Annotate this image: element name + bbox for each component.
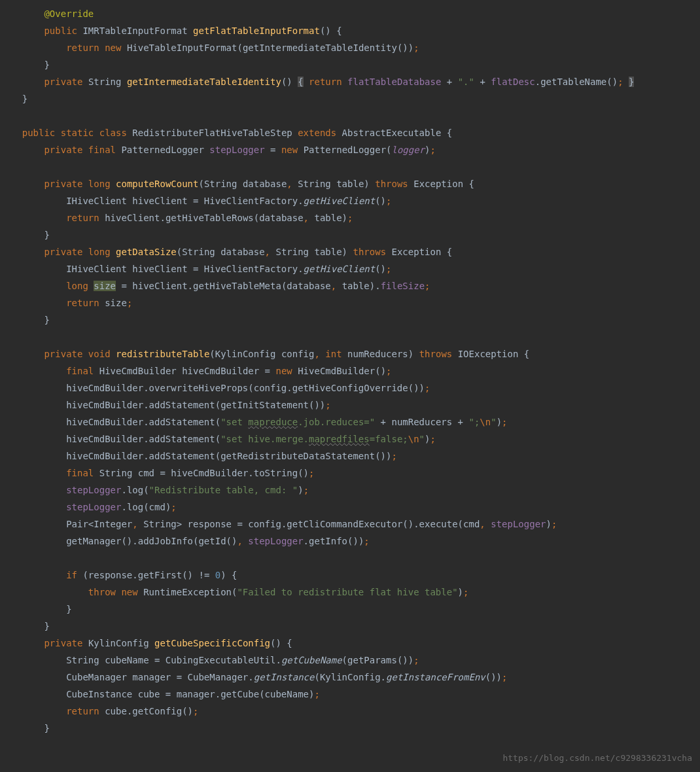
code-line[interactable]: return new HiveTableInputFormat(getInter… <box>0 39 700 56</box>
code-token: throws <box>419 349 453 359</box>
code-line[interactable]: IHiveClient hiveClient = HiveClientFacto… <box>0 260 700 277</box>
code-token: + <box>474 77 491 87</box>
code-token: PatternedLogger <box>116 145 209 155</box>
code-token: "Redistribute table, cmd: " <box>149 485 298 495</box>
code-token: fileSize <box>381 281 425 291</box>
code-token: ; <box>127 298 132 308</box>
code-line[interactable]: hiveCmdBuilder.addStatement("set hive.me… <box>0 430 700 447</box>
code-token: getCubeName <box>281 655 342 665</box>
code-token: flatTableDatabase <box>347 77 441 87</box>
code-line[interactable]: hiveCmdBuilder.addStatement("set mapredu… <box>0 413 700 430</box>
code-token <box>0 587 88 597</box>
code-line[interactable]: stepLogger.log("Redistribute table, cmd:… <box>0 482 700 499</box>
code-token <box>0 128 22 138</box>
code-line[interactable] <box>0 328 700 345</box>
code-token: stepLogger <box>248 536 303 546</box>
code-token: ; <box>425 281 430 291</box>
code-token: public static class <box>22 128 127 138</box>
code-token <box>0 281 66 291</box>
code-line[interactable]: private KylinConfig getCubeSpecificConfi… <box>0 635 700 652</box>
code-token: extends <box>298 128 336 138</box>
code-line[interactable]: public static class RedistributeFlatHive… <box>0 124 700 141</box>
code-token: @Override <box>44 9 94 19</box>
code-line[interactable]: long size = hiveClient.getHiveTableMeta(… <box>0 277 700 294</box>
code-token: ; <box>364 536 369 546</box>
code-line[interactable] <box>0 550 700 567</box>
code-token: hiveCmdBuilder.addStatement( <box>0 417 220 427</box>
code-line[interactable]: stepLogger.log(cmd); <box>0 499 700 516</box>
code-line[interactable] <box>0 158 700 175</box>
code-line[interactable]: private long getDataSize(String database… <box>0 243 700 260</box>
code-line[interactable]: private String getIntermediateTableIdent… <box>0 73 700 90</box>
code-token: getHiveClient <box>304 264 376 274</box>
code-token: , <box>480 519 485 529</box>
code-token: ; <box>171 502 176 512</box>
code-line[interactable]: public IMRTableInputFormat getFlatTableI… <box>0 22 700 39</box>
code-token <box>0 247 44 257</box>
code-token <box>0 468 66 478</box>
code-token: IHiveClient hiveClient = HiveClientFacto… <box>0 196 304 206</box>
code-line[interactable] <box>0 107 700 124</box>
code-editor[interactable]: @Override public IMRTableInputFormat get… <box>0 0 700 737</box>
code-token <box>0 298 66 308</box>
code-token: (getParams()) <box>342 655 414 665</box>
code-line[interactable]: } <box>0 226 700 243</box>
code-line[interactable]: @Override <box>0 5 700 22</box>
code-token: HiveCmdBuilder hiveCmdBuilder = <box>94 366 275 376</box>
code-token: mapreduce <box>248 417 298 427</box>
code-line[interactable]: CubeManager manager = CubeManager.getIns… <box>0 669 700 686</box>
code-token <box>111 179 116 189</box>
code-line[interactable]: } <box>0 56 700 73</box>
code-token: getManager().addJobInfo(getId() <box>0 536 237 546</box>
code-line[interactable]: throw new RuntimeException("Failed to re… <box>0 584 700 601</box>
code-line[interactable]: private long computeRowCount(String data… <box>0 175 700 192</box>
code-token: (response.getFirst() != <box>77 570 215 580</box>
code-line[interactable]: return hiveClient.getHiveTableRows(datab… <box>0 209 700 226</box>
code-line[interactable]: getManager().addJobInfo(getId(), stepLog… <box>0 533 700 550</box>
code-line[interactable]: } <box>0 601 700 618</box>
code-token: } <box>0 60 50 70</box>
code-line[interactable]: hiveCmdBuilder.addStatement(getInitState… <box>0 396 700 413</box>
code-token: ) <box>458 587 463 597</box>
code-line[interactable]: private void redistributeTable(KylinConf… <box>0 345 700 362</box>
code-line[interactable]: IHiveClient hiveClient = HiveClientFacto… <box>0 192 700 209</box>
code-line[interactable]: if (response.getFirst() != 0) { <box>0 567 700 584</box>
code-token: (KylinConfig. <box>314 672 386 682</box>
code-token: ; <box>386 264 391 274</box>
code-line[interactable]: Pair<Integer, String> response = config.… <box>0 516 700 533</box>
code-line[interactable]: CubeInstance cube = manager.getCube(cube… <box>0 686 700 703</box>
code-token: flatDesc <box>491 77 534 87</box>
code-token <box>0 26 44 36</box>
code-token: (KylinConfig config <box>209 349 314 359</box>
code-token: ) { <box>220 570 237 580</box>
code-line[interactable]: final HiveCmdBuilder hiveCmdBuilder = ne… <box>0 362 700 379</box>
code-token: int <box>325 349 341 359</box>
code-token: ; <box>413 655 419 665</box>
code-line[interactable]: hiveCmdBuilder.addStatement(getRedistrib… <box>0 447 700 465</box>
code-line[interactable]: final String cmd = hiveCmdBuilder.toStri… <box>0 465 700 482</box>
code-line[interactable]: } <box>0 618 700 635</box>
code-line[interactable]: String cubeName = CubingExecutableUtil.g… <box>0 652 700 669</box>
code-token: return <box>66 213 99 223</box>
code-line[interactable]: } <box>0 90 700 107</box>
code-token: hiveClient.getHiveTableRows(database <box>99 213 304 223</box>
code-token: String table) <box>292 179 375 189</box>
code-token: final <box>66 468 94 478</box>
code-token: IMRTableInputFormat <box>77 26 193 36</box>
code-token: ) <box>425 145 430 155</box>
code-token: ; <box>304 485 309 495</box>
code-token: ; <box>430 434 435 444</box>
code-token <box>0 502 66 512</box>
code-token: } <box>0 621 50 631</box>
code-line[interactable]: } <box>0 720 700 737</box>
code-token: long <box>66 281 88 291</box>
code-line[interactable]: } <box>0 311 700 328</box>
code-line[interactable]: hiveCmdBuilder.overwriteHiveProps(config… <box>0 379 700 396</box>
code-token: getFlatTableInputFormat <box>193 26 320 36</box>
code-token: if <box>66 570 77 580</box>
code-token: } <box>0 604 72 614</box>
code-line[interactable]: return size; <box>0 294 700 311</box>
code-line[interactable]: private final PatternedLogger stepLogger… <box>0 141 700 158</box>
code-line[interactable]: return cube.getConfig(); <box>0 703 700 720</box>
code-token: new <box>275 366 292 376</box>
